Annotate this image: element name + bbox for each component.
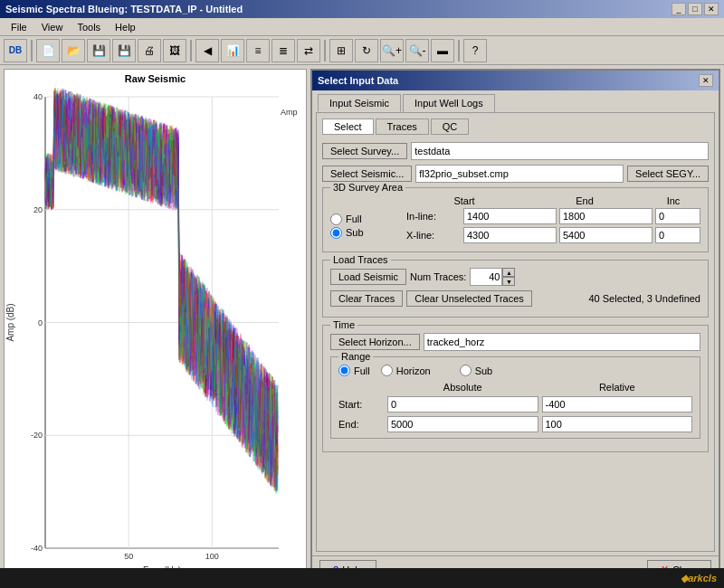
title-bar: Seismic Spectral Blueing: TESTDATA_IP - … bbox=[0, 0, 724, 18]
arkcls-logo: ◆arkcls bbox=[681, 573, 717, 584]
tab-input-seismic[interactable]: Input Seismic bbox=[318, 94, 401, 112]
maximize-btn[interactable]: □ bbox=[688, 3, 702, 15]
toolbar-zoom-in[interactable]: 🔍+ bbox=[380, 39, 404, 62]
full-radio[interactable] bbox=[330, 213, 342, 225]
toolbar-rect[interactable]: ▬ bbox=[431, 39, 454, 62]
menu-help[interactable]: Help bbox=[108, 20, 143, 34]
select-survey-input[interactable] bbox=[411, 142, 709, 160]
select-segy-btn[interactable]: Select SEGY... bbox=[627, 166, 709, 182]
load-traces-label: Load Traces bbox=[330, 254, 391, 265]
app-title: Seismic Spectral Blueing: TESTDATA_IP - … bbox=[5, 4, 243, 14]
toolbar-new[interactable]: 📄 bbox=[36, 39, 60, 62]
menu-view[interactable]: View bbox=[34, 20, 71, 34]
chart-area bbox=[5, 88, 306, 580]
chart-panel: Raw Seismic bbox=[4, 69, 307, 584]
load-traces-section: Load Traces Load Seismic Num Traces: ▲ ▼… bbox=[322, 260, 709, 318]
toolbar-save[interactable]: 💾 bbox=[87, 39, 110, 62]
close-btn[interactable]: ✕ bbox=[704, 3, 719, 15]
selection-status: 40 Selected, 3 Undefined bbox=[588, 293, 700, 304]
load-seismic-btn[interactable]: Load Seismic bbox=[330, 269, 406, 285]
select-seismic-row: Select Seismic... Select SEGY... bbox=[322, 165, 709, 183]
sub-range-radio[interactable] bbox=[460, 365, 472, 376]
start-relative-input[interactable] bbox=[542, 396, 693, 413]
inline-label: In-line: bbox=[406, 211, 461, 222]
tab-traces[interactable]: Traces bbox=[376, 119, 429, 135]
menu-file[interactable]: File bbox=[4, 20, 34, 34]
select-seismic-btn[interactable]: Select Seismic... bbox=[322, 166, 412, 182]
survey-area-label: 3D Survey Area bbox=[330, 182, 405, 193]
xline-inc-input[interactable] bbox=[655, 227, 700, 243]
toolbar-arrows[interactable]: ⇄ bbox=[297, 39, 320, 62]
num-traces-input[interactable] bbox=[470, 268, 502, 286]
spinner-down[interactable]: ▼ bbox=[502, 277, 515, 286]
select-horizon-row: Select Horizon... bbox=[330, 333, 700, 351]
toolbar-help[interactable]: ? bbox=[463, 39, 487, 62]
xline-start-input[interactable] bbox=[463, 227, 557, 243]
toolbar-save2[interactable]: 💾 bbox=[112, 39, 136, 62]
chart-title: Raw Seismic bbox=[5, 70, 306, 88]
toolbar-img[interactable]: 🖼 bbox=[163, 39, 186, 62]
toolbar-zoom-out[interactable]: 🔍- bbox=[405, 39, 429, 62]
minimize-btn[interactable]: _ bbox=[672, 3, 686, 15]
toolbar-refresh[interactable]: ↻ bbox=[355, 39, 378, 62]
end-relative-input[interactable] bbox=[542, 416, 693, 432]
num-traces-label: Num Traces: bbox=[410, 271, 466, 282]
xline-end-input[interactable] bbox=[559, 227, 653, 243]
end-header: End bbox=[526, 195, 643, 206]
sub-radio[interactable] bbox=[330, 227, 342, 239]
tab-input-well-logs[interactable]: Input Well Logs bbox=[403, 94, 495, 112]
survey-area-header: Start End Inc bbox=[330, 195, 700, 206]
horizon-range-radio-label[interactable]: Horizon bbox=[381, 365, 431, 376]
start-absolute-input[interactable] bbox=[387, 396, 538, 413]
full-range-radio-label[interactable]: Full bbox=[338, 365, 370, 376]
inline-end-input[interactable] bbox=[559, 208, 653, 224]
horizon-range-radio[interactable] bbox=[381, 365, 393, 376]
toolbar-back[interactable]: ◀ bbox=[195, 39, 219, 62]
time-label: Time bbox=[330, 319, 357, 330]
status-bar: ◆arkcls bbox=[0, 568, 724, 588]
toolbar-print[interactable]: 🖨 bbox=[138, 39, 161, 62]
inline-start-input[interactable] bbox=[463, 208, 557, 224]
inc-header: Inc bbox=[646, 195, 700, 206]
toolbar-grid[interactable]: ⊞ bbox=[329, 39, 353, 62]
clear-unselected-btn[interactable]: Clear Unselected Traces bbox=[406, 290, 531, 307]
sub-range-radio-label[interactable]: Sub bbox=[460, 365, 493, 376]
dialog-body: Select Traces QC Select Survey... Select… bbox=[316, 112, 715, 552]
menu-tools[interactable]: Tools bbox=[70, 20, 108, 34]
dialog-title: Select Input Data bbox=[318, 75, 398, 86]
horizon-input[interactable] bbox=[424, 333, 700, 351]
spinner-up[interactable]: ▲ bbox=[502, 268, 515, 277]
time-section: Time Select Horizon... Range Full bbox=[322, 325, 709, 452]
toolbar: DB 📄 📂 💾 💾 🖨 🖼 ◀ 📊 ≡ ≣ ⇄ ⊞ ↻ 🔍+ 🔍- ▬ ? bbox=[0, 36, 724, 65]
outer-tabs: Input Seismic Input Well Logs bbox=[312, 90, 719, 112]
select-survey-btn[interactable]: Select Survey... bbox=[322, 143, 407, 159]
title-bar-controls: _ □ ✕ bbox=[672, 3, 719, 15]
tab-qc[interactable]: QC bbox=[431, 119, 470, 135]
dialog-panel: Select Input Data ✕ Input Seismic Input … bbox=[310, 69, 720, 584]
survey-area-section: 3D Survey Area Start End Inc Full bbox=[322, 187, 709, 252]
main-content: Raw Seismic Select Input Data ✕ Input Se… bbox=[0, 65, 724, 588]
dialog-close-icon-btn[interactable]: ✕ bbox=[699, 74, 713, 87]
toolbar-list2[interactable]: ≣ bbox=[272, 39, 295, 62]
xline-label: X-line: bbox=[406, 230, 461, 241]
inner-tabs: Select Traces QC bbox=[322, 119, 709, 135]
toolbar-list[interactable]: ≡ bbox=[246, 39, 270, 62]
toolbar-sep-1 bbox=[31, 40, 33, 62]
toolbar-sep-3 bbox=[324, 40, 326, 62]
full-radio-label[interactable]: Full bbox=[330, 213, 403, 225]
sub-radio-label[interactable]: Sub bbox=[330, 227, 403, 239]
toolbar-chart[interactable]: 📊 bbox=[221, 39, 244, 62]
num-traces-spinner: ▲ ▼ bbox=[470, 268, 515, 286]
tab-select[interactable]: Select bbox=[322, 119, 374, 135]
toolbar-open[interactable]: 📂 bbox=[62, 39, 85, 62]
full-range-radio[interactable] bbox=[338, 365, 350, 376]
range-section: Range Full Horizon Sub bbox=[330, 356, 700, 439]
inline-inc-input[interactable] bbox=[655, 208, 700, 224]
clear-traces-btn[interactable]: Clear Traces bbox=[330, 290, 403, 307]
select-seismic-input[interactable] bbox=[415, 165, 624, 183]
toolbar-btn-1[interactable]: DB bbox=[4, 39, 27, 62]
select-horizon-btn[interactable]: Select Horizon... bbox=[330, 334, 420, 350]
seismic-canvas bbox=[5, 88, 306, 580]
full-sub-radio-group: Full Sub bbox=[330, 213, 403, 239]
end-absolute-input[interactable] bbox=[387, 416, 538, 432]
